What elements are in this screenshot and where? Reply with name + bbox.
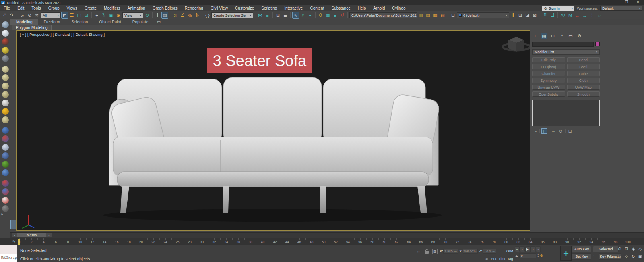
modifier-button-edit-poly[interactable]: Edit Poly: [532, 57, 565, 62]
ref-coord-dropdown[interactable]: View: [122, 12, 143, 18]
menu-rendering[interactable]: Rendering: [181, 5, 207, 11]
select-link-icon[interactable]: ∞: [19, 12, 26, 19]
curve-editor-icon[interactable]: ∿: [292, 12, 299, 19]
modifier-button-bend[interactable]: Bend: [567, 57, 600, 62]
scene-explorer-icon[interactable]: ⊞: [275, 12, 281, 19]
teapot-primitive-icon[interactable]: [2, 91, 9, 98]
object-name-field[interactable]: [532, 42, 594, 47]
motion-tab-icon[interactable]: ◔: [559, 33, 565, 39]
menu-views[interactable]: Views: [63, 5, 81, 11]
menu-graph-editors[interactable]: Graph Editors: [149, 5, 181, 11]
previous-frame-arrow[interactable]: ‹: [12, 233, 17, 237]
camera-icon[interactable]: [2, 55, 9, 62]
create-layer-icon[interactable]: ✚: [510, 12, 516, 19]
menu-help[interactable]: Help: [354, 5, 370, 11]
time-slider-value[interactable]: 0 / 100: [17, 233, 46, 237]
asset-library-icon[interactable]: ▧: [439, 12, 446, 19]
layer-list-icon[interactable]: ⊟: [450, 12, 456, 19]
select-manipulate-icon[interactable]: ✛: [154, 12, 161, 19]
modifier-button-shell[interactable]: Shell: [567, 64, 600, 69]
modifier-button-unwrap-uvw[interactable]: Unwrap UVW: [532, 85, 565, 90]
cloud-icon[interactable]: [2, 30, 9, 37]
z-coord-field[interactable]: 0.0cm: [483, 249, 496, 254]
utilities-tab-icon[interactable]: ⚙: [576, 33, 582, 39]
mini-curve-editor-icon[interactable]: ∿: [12, 239, 15, 243]
isolate-array-icon[interactable]: ⠿: [542, 12, 549, 19]
modifier-list-dropdown[interactable]: Modifier List: [532, 49, 600, 55]
menu-file[interactable]: File: [0, 5, 14, 11]
macro-recorder-field[interactable]: [0, 245, 17, 254]
menu-content[interactable]: Content: [306, 5, 328, 11]
go-to-end-button[interactable]: »: [536, 246, 541, 252]
cone-icon[interactable]: [2, 100, 9, 106]
menu-arnold[interactable]: Arnold: [369, 5, 388, 11]
grid-array-icon[interactable]: [2, 127, 9, 134]
set-key-button[interactable]: Set Key: [572, 253, 591, 260]
light-lister-icon[interactable]: [2, 47, 9, 54]
maxscript-mini-listener[interactable]: MAXScript Mi: [0, 245, 17, 262]
perspective-viewport[interactable]: [ + ] [ Perspective ] [ Standard ] [ Def…: [16, 30, 530, 231]
spheres-cluster-icon[interactable]: [2, 180, 9, 187]
expand-toolbar-arrow[interactable]: ►: [1, 212, 4, 216]
close-button[interactable]: ×: [635, 0, 641, 5]
x-coord-field[interactable]: -117.985cm: [443, 249, 458, 254]
lock-selection-icon[interactable]: [425, 251, 429, 254]
show-end-result-icon[interactable]: ▯: [541, 128, 547, 134]
help-icon[interactable]: [2, 205, 9, 212]
maxscript-listener-field[interactable]: MAXScript Mi: [0, 254, 17, 262]
key-mode-icon[interactable]: ⊛: [540, 254, 543, 258]
bind-spacewarp-icon[interactable]: ≋: [33, 12, 40, 19]
sign-in-button[interactable]: ⊚ Sign In: [542, 6, 574, 11]
layer-dropdown[interactable]: 0 (default): [457, 12, 509, 18]
modifier-button-chamfer[interactable]: Chamfer: [532, 71, 565, 76]
selection-sphere-icon[interactable]: [2, 188, 9, 195]
menu-scripting[interactable]: Scripting: [258, 5, 281, 11]
menu-edit[interactable]: Edit: [14, 5, 28, 11]
select-place-icon[interactable]: ◉: [115, 12, 122, 19]
zoom-all-icon[interactable]: ⊡: [623, 246, 630, 252]
set-current-layer-icon[interactable]: ⊠: [531, 12, 538, 19]
angle-snap-icon[interactable]: ∠: [179, 12, 186, 19]
select-by-name-icon[interactable]: ☰: [68, 12, 75, 19]
menu-customize[interactable]: Customize: [231, 5, 258, 11]
fov-icon[interactable]: ▷: [617, 254, 623, 260]
menu-civil-view[interactable]: Civil View: [207, 5, 231, 11]
ribbon-tab-selection[interactable]: Selection: [66, 19, 93, 25]
orbit-icon[interactable]: ↻: [630, 254, 636, 260]
sphere-blue-icon[interactable]: [2, 169, 9, 176]
viewport-label[interactable]: [ + ] [ Perspective ] [ Standard ] [ Def…: [20, 33, 105, 37]
snap-3d-icon[interactable]: 3: [172, 12, 179, 19]
create-tab-icon[interactable]: +: [532, 33, 538, 39]
percent-snap-icon[interactable]: %: [186, 12, 193, 19]
menu-substance[interactable]: Substance: [328, 5, 354, 11]
project-folder-dropdown[interactable]: C:\Users\Petar\Documents\3ds Max 2021: [349, 12, 417, 18]
ribbon-tab-object-paint[interactable]: Object Paint: [93, 19, 126, 25]
current-frame-field[interactable]: 0: [519, 253, 536, 258]
frame-step-icon[interactable]: ◀▶: [515, 254, 518, 257]
track-bar[interactable]: 0246810121416182022242628303234363840424…: [0, 238, 644, 245]
mirror-tool-icon[interactable]: M: [567, 12, 574, 19]
object-color-swatch[interactable]: [595, 42, 600, 46]
redo-icon[interactable]: ↷: [8, 12, 15, 19]
render-arnold-icon[interactable]: ↺: [339, 12, 346, 19]
modifier-button-ffd-box-[interactable]: FFD(box): [532, 64, 565, 69]
isolate-selection-icon[interactable]: ⠿: [417, 249, 420, 254]
play-button[interactable]: ▶: [525, 246, 530, 252]
modifier-button-opensubdiv[interactable]: OpenSubdiv: [532, 91, 565, 97]
keyboard-override-icon[interactable]: ▤: [161, 12, 168, 19]
unlink-icon[interactable]: ⊘: [26, 12, 33, 19]
maximize-button[interactable]: ❐: [624, 0, 630, 5]
render-production-icon[interactable]: ●: [332, 12, 339, 19]
next-frame-button[interactable]: ›: [530, 246, 535, 252]
zoom-extents-icon[interactable]: ◈: [630, 246, 636, 252]
plane-icon[interactable]: [2, 66, 9, 73]
named-selection-icon[interactable]: { }: [204, 12, 211, 19]
schematic-view-icon[interactable]: #: [299, 12, 306, 19]
select-move-icon[interactable]: +: [93, 12, 100, 19]
auto-key-button[interactable]: Auto Key: [572, 246, 591, 252]
named-selection-dropdown[interactable]: Create Selection Se: [211, 12, 253, 18]
render-setup-icon[interactable]: ⚙: [317, 12, 324, 19]
foliage-icon[interactable]: [2, 161, 9, 168]
workspace-dropdown[interactable]: Default: [600, 6, 642, 11]
menu-animation[interactable]: Animation: [124, 5, 149, 11]
